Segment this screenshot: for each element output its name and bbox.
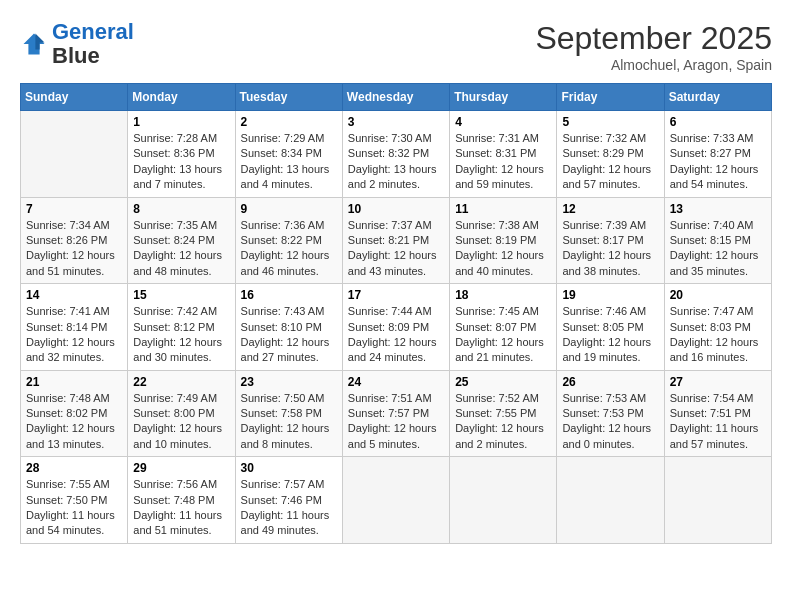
weekday-header: Monday: [128, 84, 235, 111]
location: Almochuel, Aragon, Spain: [535, 57, 772, 73]
day-info: Sunrise: 7:54 AM Sunset: 7:51 PM Dayligh…: [670, 391, 766, 453]
calendar-cell: 25Sunrise: 7:52 AM Sunset: 7:55 PM Dayli…: [450, 370, 557, 457]
logo-icon: [20, 30, 48, 58]
day-number: 21: [26, 375, 122, 389]
day-number: 13: [670, 202, 766, 216]
calendar-cell: 3Sunrise: 7:30 AM Sunset: 8:32 PM Daylig…: [342, 111, 449, 198]
day-info: Sunrise: 7:38 AM Sunset: 8:19 PM Dayligh…: [455, 218, 551, 280]
day-info: Sunrise: 7:50 AM Sunset: 7:58 PM Dayligh…: [241, 391, 337, 453]
calendar-cell: 14Sunrise: 7:41 AM Sunset: 8:14 PM Dayli…: [21, 284, 128, 371]
day-info: Sunrise: 7:57 AM Sunset: 7:46 PM Dayligh…: [241, 477, 337, 539]
calendar-cell: 23Sunrise: 7:50 AM Sunset: 7:58 PM Dayli…: [235, 370, 342, 457]
calendar-cell: 8Sunrise: 7:35 AM Sunset: 8:24 PM Daylig…: [128, 197, 235, 284]
day-number: 11: [455, 202, 551, 216]
calendar-cell: 16Sunrise: 7:43 AM Sunset: 8:10 PM Dayli…: [235, 284, 342, 371]
calendar-header: SundayMondayTuesdayWednesdayThursdayFrid…: [21, 84, 772, 111]
day-number: 3: [348, 115, 444, 129]
day-number: 5: [562, 115, 658, 129]
calendar-cell: 17Sunrise: 7:44 AM Sunset: 8:09 PM Dayli…: [342, 284, 449, 371]
calendar-cell: [557, 457, 664, 544]
calendar-cell: 13Sunrise: 7:40 AM Sunset: 8:15 PM Dayli…: [664, 197, 771, 284]
day-info: Sunrise: 7:29 AM Sunset: 8:34 PM Dayligh…: [241, 131, 337, 193]
calendar-cell: [342, 457, 449, 544]
calendar-cell: 20Sunrise: 7:47 AM Sunset: 8:03 PM Dayli…: [664, 284, 771, 371]
day-info: Sunrise: 7:34 AM Sunset: 8:26 PM Dayligh…: [26, 218, 122, 280]
weekday-header: Wednesday: [342, 84, 449, 111]
calendar-cell: 10Sunrise: 7:37 AM Sunset: 8:21 PM Dayli…: [342, 197, 449, 284]
weekday-header: Saturday: [664, 84, 771, 111]
day-number: 7: [26, 202, 122, 216]
calendar-cell: 5Sunrise: 7:32 AM Sunset: 8:29 PM Daylig…: [557, 111, 664, 198]
day-number: 30: [241, 461, 337, 475]
weekday-header: Tuesday: [235, 84, 342, 111]
calendar-cell: [21, 111, 128, 198]
day-number: 9: [241, 202, 337, 216]
calendar-cell: 27Sunrise: 7:54 AM Sunset: 7:51 PM Dayli…: [664, 370, 771, 457]
day-info: Sunrise: 7:44 AM Sunset: 8:09 PM Dayligh…: [348, 304, 444, 366]
day-number: 6: [670, 115, 766, 129]
day-info: Sunrise: 7:30 AM Sunset: 8:32 PM Dayligh…: [348, 131, 444, 193]
day-number: 19: [562, 288, 658, 302]
day-info: Sunrise: 7:39 AM Sunset: 8:17 PM Dayligh…: [562, 218, 658, 280]
day-number: 26: [562, 375, 658, 389]
day-number: 27: [670, 375, 766, 389]
day-number: 23: [241, 375, 337, 389]
day-number: 12: [562, 202, 658, 216]
calendar-cell: 9Sunrise: 7:36 AM Sunset: 8:22 PM Daylig…: [235, 197, 342, 284]
day-info: Sunrise: 7:49 AM Sunset: 8:00 PM Dayligh…: [133, 391, 229, 453]
day-info: Sunrise: 7:41 AM Sunset: 8:14 PM Dayligh…: [26, 304, 122, 366]
calendar-cell: 15Sunrise: 7:42 AM Sunset: 8:12 PM Dayli…: [128, 284, 235, 371]
day-number: 20: [670, 288, 766, 302]
day-info: Sunrise: 7:55 AM Sunset: 7:50 PM Dayligh…: [26, 477, 122, 539]
day-info: Sunrise: 7:43 AM Sunset: 8:10 PM Dayligh…: [241, 304, 337, 366]
calendar-cell: 18Sunrise: 7:45 AM Sunset: 8:07 PM Dayli…: [450, 284, 557, 371]
day-number: 18: [455, 288, 551, 302]
day-info: Sunrise: 7:52 AM Sunset: 7:55 PM Dayligh…: [455, 391, 551, 453]
calendar: SundayMondayTuesdayWednesdayThursdayFrid…: [20, 83, 772, 544]
calendar-cell: 11Sunrise: 7:38 AM Sunset: 8:19 PM Dayli…: [450, 197, 557, 284]
logo: GeneralBlue: [20, 20, 134, 68]
day-info: Sunrise: 7:36 AM Sunset: 8:22 PM Dayligh…: [241, 218, 337, 280]
day-info: Sunrise: 7:31 AM Sunset: 8:31 PM Dayligh…: [455, 131, 551, 193]
logo-text: GeneralBlue: [52, 20, 134, 68]
day-number: 25: [455, 375, 551, 389]
day-number: 4: [455, 115, 551, 129]
day-info: Sunrise: 7:32 AM Sunset: 8:29 PM Dayligh…: [562, 131, 658, 193]
weekday-header: Thursday: [450, 84, 557, 111]
day-info: Sunrise: 7:37 AM Sunset: 8:21 PM Dayligh…: [348, 218, 444, 280]
calendar-cell: [450, 457, 557, 544]
calendar-cell: 19Sunrise: 7:46 AM Sunset: 8:05 PM Dayli…: [557, 284, 664, 371]
calendar-cell: 22Sunrise: 7:49 AM Sunset: 8:00 PM Dayli…: [128, 370, 235, 457]
month-title: September 2025: [535, 20, 772, 57]
day-info: Sunrise: 7:51 AM Sunset: 7:57 PM Dayligh…: [348, 391, 444, 453]
day-info: Sunrise: 7:45 AM Sunset: 8:07 PM Dayligh…: [455, 304, 551, 366]
calendar-cell: 6Sunrise: 7:33 AM Sunset: 8:27 PM Daylig…: [664, 111, 771, 198]
calendar-cell: 29Sunrise: 7:56 AM Sunset: 7:48 PM Dayli…: [128, 457, 235, 544]
day-info: Sunrise: 7:46 AM Sunset: 8:05 PM Dayligh…: [562, 304, 658, 366]
svg-marker-1: [35, 34, 44, 50]
day-number: 14: [26, 288, 122, 302]
day-number: 22: [133, 375, 229, 389]
day-info: Sunrise: 7:35 AM Sunset: 8:24 PM Dayligh…: [133, 218, 229, 280]
calendar-cell: [664, 457, 771, 544]
day-info: Sunrise: 7:48 AM Sunset: 8:02 PM Dayligh…: [26, 391, 122, 453]
day-number: 17: [348, 288, 444, 302]
calendar-cell: 1Sunrise: 7:28 AM Sunset: 8:36 PM Daylig…: [128, 111, 235, 198]
title-block: September 2025 Almochuel, Aragon, Spain: [535, 20, 772, 73]
day-info: Sunrise: 7:42 AM Sunset: 8:12 PM Dayligh…: [133, 304, 229, 366]
day-number: 10: [348, 202, 444, 216]
day-number: 24: [348, 375, 444, 389]
day-info: Sunrise: 7:53 AM Sunset: 7:53 PM Dayligh…: [562, 391, 658, 453]
calendar-cell: 28Sunrise: 7:55 AM Sunset: 7:50 PM Dayli…: [21, 457, 128, 544]
day-info: Sunrise: 7:33 AM Sunset: 8:27 PM Dayligh…: [670, 131, 766, 193]
calendar-cell: 7Sunrise: 7:34 AM Sunset: 8:26 PM Daylig…: [21, 197, 128, 284]
calendar-cell: 2Sunrise: 7:29 AM Sunset: 8:34 PM Daylig…: [235, 111, 342, 198]
day-number: 1: [133, 115, 229, 129]
calendar-cell: 24Sunrise: 7:51 AM Sunset: 7:57 PM Dayli…: [342, 370, 449, 457]
day-number: 8: [133, 202, 229, 216]
day-number: 28: [26, 461, 122, 475]
day-info: Sunrise: 7:47 AM Sunset: 8:03 PM Dayligh…: [670, 304, 766, 366]
page-header: GeneralBlue September 2025 Almochuel, Ar…: [20, 20, 772, 73]
day-number: 2: [241, 115, 337, 129]
calendar-cell: 21Sunrise: 7:48 AM Sunset: 8:02 PM Dayli…: [21, 370, 128, 457]
